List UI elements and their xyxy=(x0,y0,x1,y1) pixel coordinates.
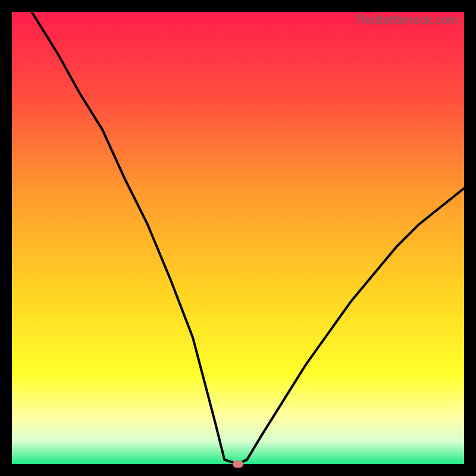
bottleneck-curve xyxy=(12,12,464,464)
watermark-text: TheBottleneck.com xyxy=(354,13,458,27)
optimum-marker xyxy=(233,461,243,468)
chart-frame: TheBottleneck.com xyxy=(12,12,464,464)
